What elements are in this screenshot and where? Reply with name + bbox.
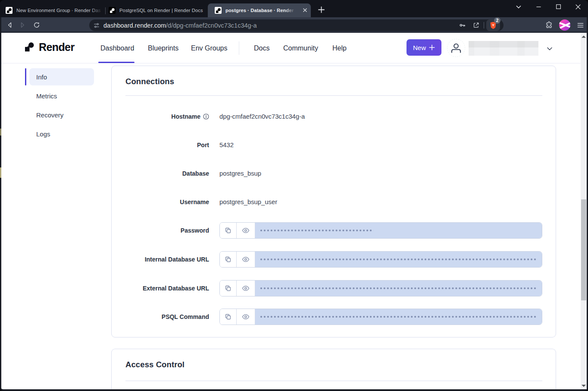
row-label: PSQL Command bbox=[112, 309, 209, 325]
row-value: 5432 bbox=[219, 137, 234, 153]
brand-name: Render bbox=[39, 41, 75, 54]
forward-icon[interactable] bbox=[16, 19, 28, 31]
scrollbar-thumb[interactable] bbox=[581, 199, 586, 300]
tab-fade bbox=[285, 3, 299, 17]
copy-icon[interactable] bbox=[220, 281, 237, 296]
nav-help[interactable]: Help bbox=[332, 33, 347, 63]
password-field[interactable] bbox=[255, 223, 542, 238]
nav-community[interactable]: Community bbox=[283, 33, 318, 63]
row-database: Database postgres_bsup bbox=[112, 165, 556, 182]
plus-icon bbox=[429, 44, 435, 50]
masked-dots bbox=[260, 223, 373, 238]
url-separator bbox=[484, 22, 484, 28]
row-username: Username postgres_bsup_user bbox=[112, 194, 556, 210]
reveal-icon[interactable] bbox=[237, 281, 255, 296]
person-icon bbox=[451, 43, 461, 53]
tab-search-icon[interactable] bbox=[509, 0, 529, 14]
masked-dots bbox=[260, 309, 537, 325]
page-scrollbar[interactable] bbox=[581, 33, 587, 389]
nav-env-groups[interactable]: Env Groups bbox=[191, 33, 227, 63]
window-frame-left bbox=[0, 17, 1, 389]
access-control-title: Access Control bbox=[125, 360, 185, 369]
tab-bar: New Environment Group · Render Das Postg… bbox=[0, 0, 588, 17]
external-url-field[interactable] bbox=[255, 281, 542, 296]
render-header: Render Dashboard Blueprints Env Groups D… bbox=[0, 33, 588, 63]
password-key-icon[interactable] bbox=[459, 22, 466, 29]
nav-docs[interactable]: Docs bbox=[254, 33, 269, 63]
nav-active-underline bbox=[98, 62, 134, 63]
row-internal-url: Internal Database URL bbox=[112, 251, 556, 268]
sidebar-active-indicator bbox=[25, 68, 26, 85]
share-icon[interactable] bbox=[472, 22, 480, 29]
sidebar-item-metrics[interactable]: Metrics bbox=[29, 87, 94, 104]
info-icon[interactable] bbox=[203, 114, 209, 120]
tab-fade bbox=[91, 3, 103, 17]
internal-url-field[interactable] bbox=[255, 252, 542, 267]
tab-new-environment-group[interactable]: New Environment Group · Render Das bbox=[1, 3, 103, 17]
row-label: Database bbox=[112, 165, 209, 182]
secret-value-control bbox=[219, 251, 542, 268]
extensions-icon[interactable] bbox=[545, 21, 553, 29]
divider bbox=[125, 95, 542, 96]
user-avatar[interactable] bbox=[447, 39, 465, 57]
row-label: Port bbox=[112, 137, 209, 153]
connections-title: Connections bbox=[125, 77, 174, 86]
back-icon[interactable] bbox=[4, 19, 16, 31]
tab-title: PostgreSQL on Render | Render Docs bbox=[119, 8, 203, 13]
render-logo[interactable]: Render bbox=[25, 42, 75, 54]
browser-toolbar: dashboard.render.com/d/dpg-cmfaef2cn0vc7… bbox=[0, 17, 588, 33]
new-button[interactable]: New bbox=[407, 39, 441, 56]
render-favicon-icon bbox=[109, 7, 116, 14]
url-bar[interactable]: dashboard.render.com/d/dpg-cmfaef2cn0vc7… bbox=[89, 19, 504, 31]
render-logo-icon bbox=[25, 42, 34, 52]
redacted-username bbox=[469, 41, 538, 56]
row-label: Username bbox=[112, 194, 209, 210]
brave-shield-icon[interactable]: 2 bbox=[486, 19, 500, 31]
row-label: Password bbox=[112, 222, 209, 239]
secret-value-control bbox=[219, 222, 542, 239]
secret-value-control bbox=[219, 280, 542, 296]
scroll-up-icon[interactable] bbox=[581, 33, 587, 40]
tab-postgresql-docs[interactable]: PostgreSQL on Render | Render Docs bbox=[109, 3, 206, 17]
row-value: postgres_bsup_user bbox=[219, 194, 277, 210]
sidebar-item-logs[interactable]: Logs bbox=[29, 125, 94, 142]
close-window-icon[interactable] bbox=[568, 0, 588, 14]
reveal-icon[interactable] bbox=[237, 309, 255, 325]
row-label: Internal Database URL bbox=[112, 251, 209, 268]
copy-icon[interactable] bbox=[220, 252, 237, 267]
scroll-down-icon[interactable] bbox=[581, 382, 587, 389]
tab-close-icon[interactable] bbox=[302, 7, 309, 14]
sidebar-item-recovery[interactable]: Recovery bbox=[29, 106, 94, 123]
row-value: dpg-cmfaef2cn0vc73c1c34g-a bbox=[219, 108, 305, 125]
render-favicon-icon bbox=[215, 7, 222, 14]
refresh-icon[interactable] bbox=[31, 19, 43, 31]
secret-value-control bbox=[219, 309, 542, 325]
tab-title: New Environment Group · Render Das bbox=[16, 8, 101, 13]
page-content: Render Dashboard Blueprints Env Groups D… bbox=[0, 33, 588, 389]
psql-command-field[interactable] bbox=[255, 309, 542, 325]
window-frame-bottom bbox=[0, 389, 588, 391]
row-external-url: External Database URL bbox=[112, 280, 556, 296]
desktop-sliver bbox=[0, 167, 1, 178]
connections-card: Connections Hostname dpg-cmfaef2cn0vc73c… bbox=[111, 66, 556, 337]
maximize-icon[interactable] bbox=[548, 0, 568, 14]
profile-avatar[interactable] bbox=[559, 19, 570, 31]
new-tab-button[interactable] bbox=[317, 6, 325, 14]
menu-icon[interactable] bbox=[576, 21, 585, 29]
reveal-icon[interactable] bbox=[237, 252, 255, 267]
reveal-icon[interactable] bbox=[237, 223, 255, 238]
desktop-sliver bbox=[0, 129, 1, 136]
sidebar-item-info[interactable]: Info bbox=[29, 68, 94, 85]
nav-blueprints[interactable]: Blueprints bbox=[148, 33, 178, 63]
row-value: postgres_bsup bbox=[219, 165, 261, 182]
account-chevron-icon[interactable] bbox=[546, 45, 554, 53]
nav-dashboard[interactable]: Dashboard bbox=[100, 33, 134, 63]
copy-icon[interactable] bbox=[220, 309, 237, 325]
nav-separator bbox=[239, 41, 239, 55]
masked-dots bbox=[260, 281, 537, 296]
copy-icon[interactable] bbox=[220, 223, 237, 238]
masked-dots bbox=[260, 252, 537, 267]
row-port: Port 5432 bbox=[112, 137, 556, 153]
browser-window: New Environment Group · Render Das Postg… bbox=[0, 0, 588, 391]
minimize-icon[interactable] bbox=[529, 0, 548, 14]
